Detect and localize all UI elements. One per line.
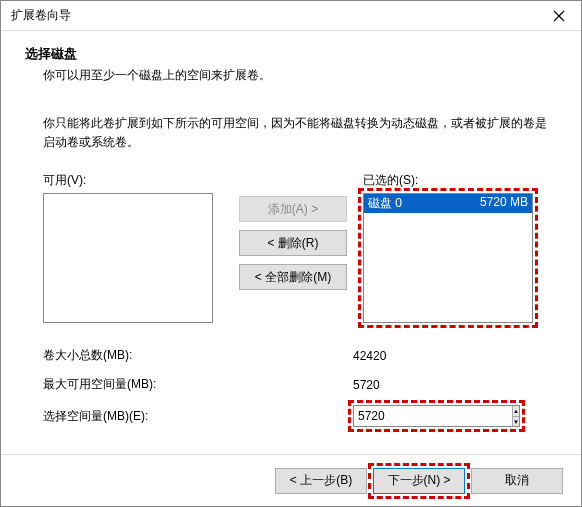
back-button[interactable]: < 上一步(B) [275, 468, 367, 494]
spin-buttons: ▲ ▼ [512, 406, 519, 426]
page-subheading: 你可以用至少一个磁盘上的空间来扩展卷。 [43, 67, 557, 84]
close-icon [553, 10, 565, 22]
spin-up-button[interactable]: ▲ [513, 406, 519, 416]
wizard-window: 扩展卷向导 选择磁盘 你可以用至少一个磁盘上的空间来扩展卷。 你只能将此卷扩展到… [0, 0, 582, 507]
window-title: 扩展卷向导 [11, 7, 71, 24]
wizard-footer: < 上一步(B) 下一步(N) > 取消 [1, 454, 581, 506]
spin-down-button[interactable]: ▼ [513, 416, 519, 427]
transfer-buttons-column: 添加(A) > < 删除(R) < 全部删除(M) [223, 172, 363, 323]
available-column: 可用(V): [43, 172, 223, 323]
page-heading: 选择磁盘 [25, 45, 557, 63]
titlebar: 扩展卷向导 [1, 1, 581, 31]
close-button[interactable] [537, 1, 581, 31]
max-space-label: 最大可用空间量(MB): [43, 376, 353, 393]
remove-all-button[interactable]: < 全部删除(M) [239, 264, 347, 290]
selected-listbox[interactable]: 磁盘 0 5720 MB [363, 193, 533, 323]
list-item-disk: 磁盘 0 [368, 195, 402, 212]
disk-selection-columns: 可用(V): 添加(A) > < 删除(R) < 全部删除(M) 已选的(S):… [43, 172, 557, 323]
next-button[interactable]: 下一步(N) > [373, 468, 465, 494]
total-size-value: 42420 [353, 349, 386, 363]
available-listbox[interactable] [43, 193, 213, 323]
select-space-input[interactable] [354, 406, 512, 426]
add-button[interactable]: 添加(A) > [239, 196, 347, 222]
selected-column: 已选的(S): 磁盘 0 5720 MB [363, 172, 543, 323]
max-space-row: 最大可用空间量(MB): 5720 [43, 376, 557, 393]
total-size-label: 卷大小总数(MB): [43, 347, 353, 364]
max-space-value: 5720 [353, 378, 380, 392]
select-space-row: 选择空间量(MB)(E): ▲ ▼ [43, 405, 557, 427]
list-item[interactable]: 磁盘 0 5720 MB [364, 194, 532, 213]
content-area: 选择磁盘 你可以用至少一个磁盘上的空间来扩展卷。 你只能将此卷扩展到如下所示的可… [1, 31, 581, 427]
select-space-input-wrap: ▲ ▼ [353, 405, 520, 427]
cancel-button[interactable]: 取消 [471, 468, 563, 494]
available-label: 可用(V): [43, 172, 223, 189]
total-size-row: 卷大小总数(MB): 42420 [43, 347, 557, 364]
list-item-size: 5720 MB [480, 195, 528, 212]
size-fields: 卷大小总数(MB): 42420 最大可用空间量(MB): 5720 选择空间量… [43, 347, 557, 427]
note-text: 你只能将此卷扩展到如下所示的可用空间，因为不能将磁盘转换为动态磁盘，或者被扩展的… [43, 114, 547, 152]
remove-button[interactable]: < 删除(R) [239, 230, 347, 256]
select-space-label: 选择空间量(MB)(E): [43, 408, 353, 425]
selected-label: 已选的(S): [363, 172, 543, 189]
